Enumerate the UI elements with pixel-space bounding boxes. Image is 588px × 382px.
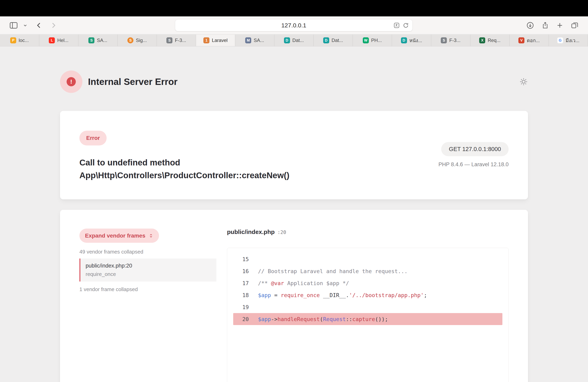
tab-favicon: M <box>245 37 251 43</box>
tab-6[interactable]: 1Laravel <box>196 35 235 46</box>
expand-vendor-frames-button[interactable]: Expand vendor frames <box>79 229 159 243</box>
tab-label: SA... <box>97 38 107 43</box>
tab-label: F-3... <box>449 38 461 43</box>
tab-favicon: P <box>10 37 16 43</box>
tab-14[interactable]: Vดอก... <box>510 35 549 46</box>
tab-15[interactable]: Gมีงเว... <box>549 35 588 46</box>
tab-favicon: V <box>518 37 525 43</box>
tab-label: Dat... <box>332 38 343 43</box>
tab-10[interactable]: WPH... <box>353 35 392 46</box>
collapsed-frames-below: 1 vendor frame collapsed <box>79 286 217 292</box>
tab-favicon: 1 <box>203 37 210 43</box>
tab-favicon: S <box>127 37 133 43</box>
tab-label: Hel... <box>57 38 68 43</box>
tab-13[interactable]: XReq... <box>470 35 510 46</box>
frame-method: require_once <box>85 271 211 277</box>
tab-4[interactable]: SSig... <box>118 35 157 46</box>
share-icon[interactable] <box>542 22 549 29</box>
version-info: PHP 8.4.6 — Laravel 12.18.0 <box>438 161 509 168</box>
line-number: 17 <box>233 280 249 286</box>
tab-favicon: X <box>479 37 485 43</box>
error-icon: ! <box>60 71 83 93</box>
tab-label: PH... <box>371 38 382 43</box>
code-text: $app = require_once __DIR__.'/../bootstr… <box>258 292 427 298</box>
reload-icon[interactable] <box>403 22 409 28</box>
error-card: Error Call to undefined method App\Http\… <box>60 111 528 199</box>
request-pill: GET 127.0.0.1:8000 <box>441 142 509 156</box>
stack-trace-card: Expand vendor frames 49 vendor frames co… <box>60 210 528 382</box>
tab-favicon: S <box>167 37 172 43</box>
address-bar[interactable]: 127.0.0.1 <box>175 19 412 31</box>
line-number: 19 <box>233 304 249 310</box>
line-number: 18 <box>233 292 249 298</box>
back-icon[interactable] <box>36 22 42 29</box>
file-line-number: :20 <box>277 229 286 235</box>
collapsed-frames-above: 49 vendor frames collapsed <box>79 249 217 255</box>
tab-label: SA... <box>253 38 264 43</box>
tab-label: Dat... <box>293 38 304 43</box>
expand-button-label: Expand vendor frames <box>85 232 146 239</box>
tab-favicon: D <box>401 37 407 43</box>
code-line-16: 16// Bootstrap Laravel and handle the re… <box>233 265 503 277</box>
tab-11[interactable]: Dหนัง... <box>392 35 431 46</box>
line-number: 15 <box>233 256 249 262</box>
tab-favicon: W <box>363 37 369 43</box>
tab-label: Laravel <box>212 38 228 43</box>
url-text: 127.0.0.1 <box>281 22 306 29</box>
code-line-18: 18$app = require_once __DIR__.'/../boots… <box>233 289 503 301</box>
tab-1[interactable]: Ploc... <box>0 35 39 46</box>
tab-bar: Ploc...LHel...SSA...SSig...SF-3...1Larav… <box>0 35 588 46</box>
stack-frame-item[interactable]: public/index.php:20 require_once <box>79 259 216 282</box>
tab-label: ดอก... <box>527 37 540 44</box>
tab-2[interactable]: LHel... <box>39 35 78 46</box>
forward-icon[interactable] <box>50 22 57 29</box>
tab-favicon: G <box>557 37 563 43</box>
expand-chevrons-icon <box>148 233 153 238</box>
page-content: ! Internal Server Error Error Call to un… <box>0 47 588 382</box>
code-panel: public/index.php :20 1516// Bootstrap La… <box>227 229 509 382</box>
page-title: Internal Server Error <box>88 76 177 87</box>
error-message: Call to undefined method App\Http\Contro… <box>79 156 369 182</box>
frame-file: public/index.php:20 <box>85 263 211 269</box>
tab-8[interactable]: DDat... <box>274 35 314 46</box>
code-line-20: 20$app->handleRequest(Request::capture()… <box>233 313 503 325</box>
tab-overview-icon[interactable] <box>571 21 578 29</box>
tab-favicon: S <box>441 37 447 43</box>
tab-3[interactable]: SSA... <box>78 35 118 46</box>
downloads-icon[interactable] <box>526 21 534 29</box>
tab-favicon: L <box>49 37 55 43</box>
trace-sidebar: Expand vendor frames 49 vendor frames co… <box>79 229 217 382</box>
translate-icon[interactable] <box>394 22 399 28</box>
tab-12[interactable]: SF-3... <box>431 35 470 46</box>
code-text: $app->handleRequest(Request::capture()); <box>258 316 388 322</box>
tab-label: loc... <box>19 38 29 43</box>
tab-favicon: D <box>323 37 329 43</box>
tab-9[interactable]: DDat... <box>314 35 353 46</box>
file-heading: public/index.php :20 <box>227 229 509 235</box>
tab-favicon: D <box>284 37 290 43</box>
line-number: 16 <box>233 268 249 274</box>
tab-label: F-3... <box>175 38 186 43</box>
theme-toggle-icon[interactable] <box>519 77 528 86</box>
tab-7[interactable]: MSA... <box>235 35 274 46</box>
code-text: // Bootstrap Laravel and handle the requ… <box>258 268 408 274</box>
tab-label: มีงเว... <box>566 37 579 44</box>
page-header: ! Internal Server Error <box>60 71 528 93</box>
line-number: 20 <box>233 316 249 322</box>
tab-label: Sig... <box>136 38 147 43</box>
menu-bar <box>0 0 588 16</box>
exclamation-icon: ! <box>67 77 76 86</box>
code-text: /** @var Application $app */ <box>258 280 349 286</box>
code-line-17: 17/** @var Application $app */ <box>233 277 503 289</box>
sidebar-icon[interactable] <box>10 22 18 29</box>
tab-label: หนัง... <box>409 37 422 44</box>
tab-5[interactable]: SF-3... <box>157 35 196 46</box>
error-badge: Error <box>79 131 106 145</box>
code-block: 1516// Bootstrap Laravel and handle the … <box>227 248 509 382</box>
tab-label: Req... <box>488 38 500 43</box>
new-tab-icon[interactable] <box>556 22 563 29</box>
browser-toolbar: 127.0.0.1 <box>0 16 588 34</box>
chevron-down-icon[interactable] <box>23 23 27 27</box>
code-line-15: 15 <box>233 253 503 265</box>
tab-favicon: S <box>88 37 94 43</box>
